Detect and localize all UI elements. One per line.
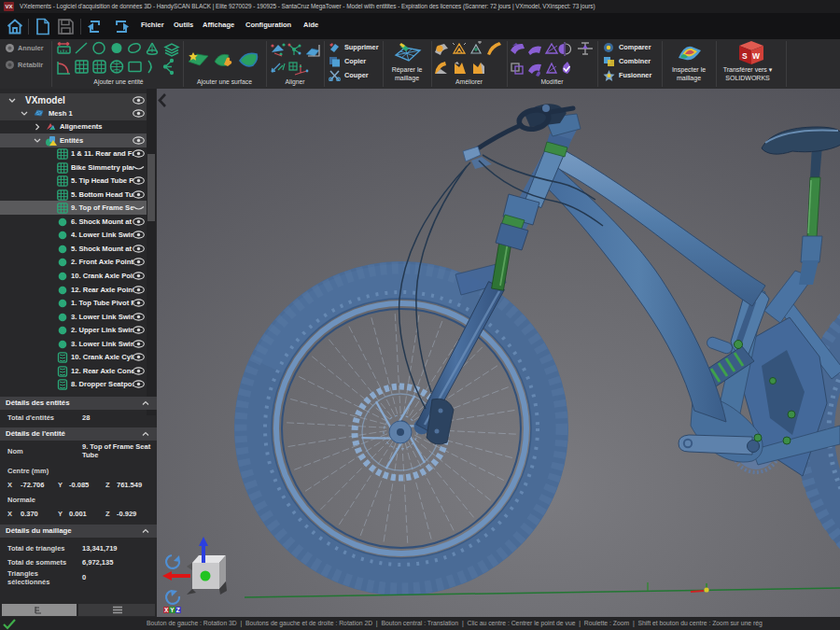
svg-text:S: S — [742, 51, 748, 61]
svg-text:W: W — [752, 51, 761, 61]
